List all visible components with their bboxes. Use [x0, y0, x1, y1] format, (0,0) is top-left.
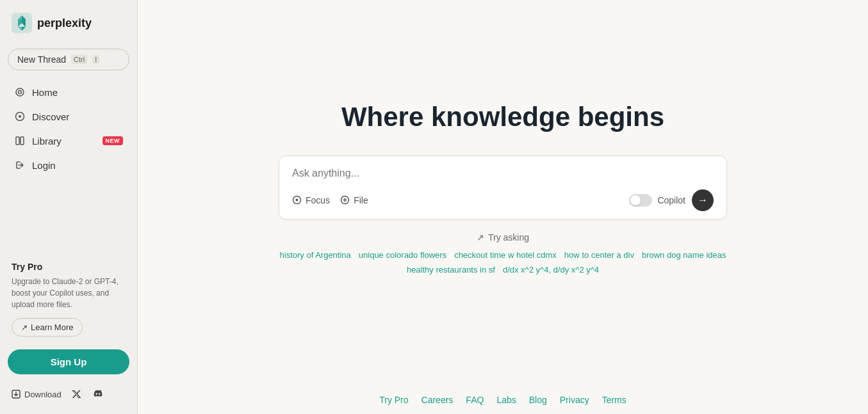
suggestion-chip-4[interactable]: brown dog name ideas — [642, 250, 726, 260]
sidebar-item-login-label: Login — [32, 160, 56, 171]
copilot-toggle-switch[interactable] — [629, 194, 652, 207]
try-asking-arrow-icon: ↗ — [477, 232, 484, 243]
sidebar-item-discover-label: Discover — [32, 111, 69, 122]
file-button[interactable]: File — [340, 195, 368, 205]
sign-up-label: Sign Up — [51, 356, 87, 367]
perplexity-logo-icon — [12, 13, 32, 33]
sidebar: perplexity New Thread Ctrl I Home Discov… — [0, 0, 138, 414]
logo-text: perplexity — [37, 17, 92, 30]
sidebar-item-home[interactable]: Home — [8, 81, 129, 104]
logo-area: perplexity — [8, 10, 129, 36]
suggestion-chip-1[interactable]: unique colorado flowers — [359, 250, 446, 260]
sidebar-item-home-label: Home — [32, 87, 58, 98]
suggestion-chip-0[interactable]: history of Argentina — [280, 250, 351, 260]
new-thread-kbd1: Ctrl — [71, 55, 87, 64]
focus-search-icon — [292, 195, 302, 205]
download-link[interactable]: Download — [12, 390, 61, 399]
search-footer: Focus File Copilot → — [292, 189, 714, 211]
footer-link-privacy[interactable]: Privacy — [560, 395, 589, 405]
try-pro-title: Try Pro — [12, 262, 126, 272]
search-actions: Focus File — [292, 195, 368, 205]
try-asking-label: ↗ Try asking — [477, 232, 529, 243]
copilot-toggle: Copilot — [629, 194, 685, 207]
try-pro-box: Try Pro Upgrade to Claude-2 or GPT-4, bo… — [8, 255, 129, 343]
discover-icon — [14, 111, 26, 122]
search-right: Copilot → — [629, 189, 714, 211]
search-input[interactable] — [292, 168, 714, 179]
new-thread-label: New Thread — [17, 54, 66, 65]
main-headline: Where knowledge begins — [341, 102, 664, 132]
main-footer: Try Pro Careers FAQ Labs Blog Privacy Te… — [138, 386, 868, 414]
svg-rect-6 — [20, 137, 24, 145]
sign-up-button[interactable]: Sign Up — [8, 349, 129, 374]
new-thread-button[interactable]: New Thread Ctrl I — [8, 49, 129, 70]
download-icon — [12, 390, 20, 399]
footer-link-terms[interactable]: Terms — [602, 395, 626, 405]
focus-button[interactable]: Focus — [292, 195, 330, 205]
login-icon — [14, 159, 26, 171]
new-badge: NEW — [102, 136, 124, 145]
suggestion-chip-6[interactable]: d/dx x^2 y^4, d/dy x^2 y^4 — [503, 265, 599, 275]
svg-point-4 — [19, 115, 21, 118]
copilot-label: Copilot — [657, 195, 685, 205]
footer-link-try-pro[interactable]: Try Pro — [379, 395, 408, 405]
main-content: Where knowledge begins Focus File — [138, 0, 868, 414]
footer-link-labs[interactable]: Labs — [496, 395, 516, 405]
svg-point-1 — [16, 88, 24, 96]
twitter-x-icon[interactable] — [69, 387, 83, 401]
search-box: Focus File Copilot → — [279, 155, 727, 219]
new-thread-kbd2: I — [92, 55, 99, 64]
footer-link-faq[interactable]: FAQ — [466, 395, 484, 405]
suggestion-chip-3[interactable]: how to center a div — [564, 250, 634, 260]
submit-arrow-icon: → — [698, 195, 708, 206]
download-label: Download — [24, 390, 61, 399]
search-submit-button[interactable]: → — [692, 189, 714, 211]
learn-more-arrow-icon: ↗ — [21, 323, 28, 332]
toggle-knob — [630, 195, 641, 205]
footer-link-careers[interactable]: Careers — [422, 395, 454, 405]
sidebar-item-library[interactable]: Library NEW — [8, 129, 129, 152]
suggestion-chips: history of Argentina unique colorado flo… — [279, 250, 727, 275]
sidebar-item-library-label: Library — [32, 136, 61, 147]
sidebar-item-login[interactable]: Login — [8, 154, 129, 177]
footer-link-blog[interactable]: Blog — [529, 395, 547, 405]
bottom-icons: Download — [8, 385, 129, 404]
svg-point-9 — [296, 199, 299, 202]
svg-rect-5 — [16, 137, 19, 145]
file-plus-icon — [340, 195, 350, 205]
focus-label: Focus — [306, 195, 330, 205]
file-label: File — [354, 195, 368, 205]
home-icon — [14, 86, 26, 98]
learn-more-button[interactable]: ↗ Learn More — [12, 318, 83, 337]
discord-icon[interactable] — [91, 387, 105, 401]
sidebar-item-discover[interactable]: Discover — [8, 105, 129, 128]
svg-point-2 — [19, 91, 22, 94]
learn-more-label: Learn More — [31, 322, 73, 332]
library-icon — [14, 135, 26, 147]
suggestion-chip-2[interactable]: checkout time w hotel cdmx — [454, 250, 557, 260]
suggestion-chip-5[interactable]: healthy restaurants in sf — [407, 265, 495, 275]
try-pro-description: Upgrade to Claude-2 or GPT-4, boost your… — [12, 276, 126, 310]
